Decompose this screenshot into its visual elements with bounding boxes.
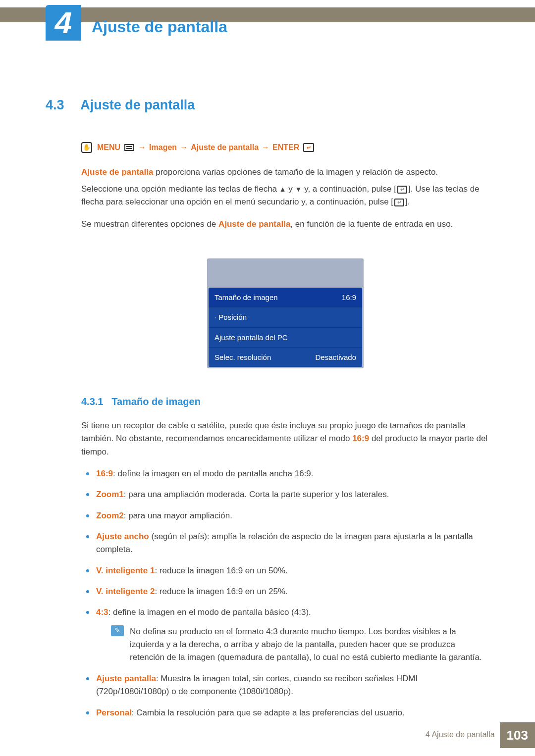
menu-breadcrumb: ✋ MENU → Imagen → Ajuste de pantalla → E… xyxy=(81,142,489,154)
osd-row: Tamaño de imagen 16:9 xyxy=(209,288,362,307)
chapter-title: Ajuste de pantalla xyxy=(92,15,227,40)
down-arrow-icon: ▼ xyxy=(295,185,302,193)
osd-row-label: · Posición xyxy=(214,311,247,323)
highlight-term: 16:9 xyxy=(352,434,369,443)
osd-row: Selec. resolución Desactivado xyxy=(209,347,362,367)
page-footer: 4 Ajuste de pantalla 103 xyxy=(426,722,535,748)
arrow-icon: → xyxy=(138,142,146,154)
list-item: Ajuste pantalla: Muestra la imagen total… xyxy=(81,672,489,699)
section-content: 4.3 Ajuste de pantalla ✋ MENU → Imagen →… xyxy=(46,95,489,719)
remote-icon: ✋ xyxy=(81,142,92,153)
enter-icon: ↵ xyxy=(394,199,404,206)
options-list: 16:9: define la imagen en el modo de pan… xyxy=(81,467,489,719)
subsection-title: Tamaño de imagen xyxy=(111,396,201,407)
page-number: 103 xyxy=(500,722,535,748)
footer-chapter-label: 4 Ajuste de pantalla xyxy=(426,729,495,741)
chapter-tab: 4 xyxy=(46,5,81,41)
list-item: 16:9: define la imagen en el modo de pan… xyxy=(81,467,489,480)
breadcrumb-item: Imagen xyxy=(149,142,177,154)
osd-menu: Tamaño de imagen 16:9 · Posición Ajuste … xyxy=(207,258,364,368)
enter-icon: ↵ xyxy=(397,186,407,194)
osd-row-value: 16:9 xyxy=(342,292,356,303)
chapter-number: 4 xyxy=(55,0,72,47)
subsection-number: 4.3.1 xyxy=(81,396,103,407)
subsection: 4.3.1 Tamaño de imagen Si tiene un recep… xyxy=(81,394,489,719)
list-item: Personal: Cambia la resolución para que … xyxy=(81,706,489,719)
osd-row-value: Desactivado xyxy=(315,352,356,363)
intro-text: Ajuste de pantalla proporciona varias op… xyxy=(81,166,489,368)
arrow-icon: → xyxy=(180,142,188,154)
list-item: Zoom2: para una mayor ampliación. xyxy=(81,509,489,522)
list-item: Ajuste ancho (según el país): amplía la … xyxy=(81,530,489,556)
breadcrumb-enter: ENTER xyxy=(272,142,299,154)
note: ✎ No defina su producto en el formato 4:… xyxy=(96,625,489,664)
highlight-term: Ajuste de pantalla xyxy=(218,219,290,229)
arrow-icon: → xyxy=(262,142,269,154)
section-number: 4.3 xyxy=(46,98,64,112)
note-icon: ✎ xyxy=(111,625,124,636)
osd-row-label: Tamaño de imagen xyxy=(214,292,278,303)
osd-row-label: Selec. resolución xyxy=(214,352,271,363)
note-text: No defina su producto en el formato 4:3 … xyxy=(130,625,489,664)
up-arrow-icon: ▲ xyxy=(279,185,286,193)
osd-row: Ajuste pantalla del PC xyxy=(209,327,362,347)
list-item: Zoom1: para una ampliación moderada. Cor… xyxy=(81,488,489,501)
highlight-term: Ajuste de pantalla xyxy=(81,167,153,177)
osd-row-label: Ajuste pantalla del PC xyxy=(214,332,288,343)
menu-bars-icon xyxy=(124,144,134,151)
list-item: 4:3: define la imagen en el modo de pant… xyxy=(81,606,489,664)
breadcrumb-item: Ajuste de pantalla xyxy=(191,142,259,154)
osd-row: · Posición xyxy=(209,307,362,327)
list-item: V. inteligente 2: reduce la imagen 16:9 … xyxy=(81,585,489,598)
list-item: V. inteligente 1: reduce la imagen 16:9 … xyxy=(81,564,489,577)
breadcrumb-menu: MENU xyxy=(97,142,120,154)
section-title: Ajuste de pantalla xyxy=(80,98,195,112)
enter-icon: ↵ xyxy=(303,143,314,152)
